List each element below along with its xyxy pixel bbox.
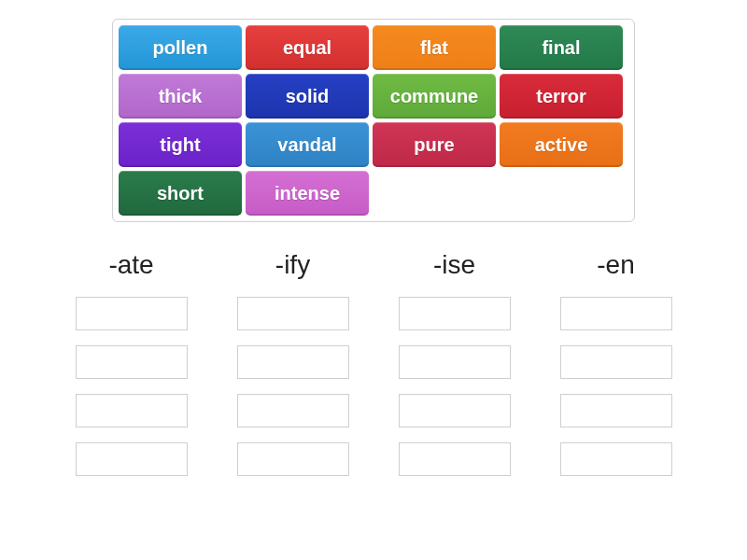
column-ify: -ify — [218, 250, 368, 491]
drop-slot[interactable] — [237, 345, 349, 379]
column-header: -ate — [108, 250, 153, 280]
drop-slot[interactable] — [76, 345, 188, 379]
drop-slot[interactable] — [399, 394, 511, 427]
column-header: -en — [597, 250, 634, 280]
drop-slot[interactable] — [560, 345, 672, 379]
word-tile-commune[interactable]: commune — [373, 74, 496, 119]
drop-slot[interactable] — [237, 442, 349, 476]
drop-slot[interactable] — [399, 297, 511, 330]
column-en: -en — [541, 250, 691, 491]
drop-slot[interactable] — [76, 297, 188, 330]
drop-slot[interactable] — [76, 394, 188, 427]
word-tile-intense[interactable]: intense — [246, 171, 369, 216]
drop-slot[interactable] — [399, 345, 511, 379]
word-tile-active[interactable]: active — [500, 122, 623, 167]
drop-slot[interactable] — [399, 442, 511, 476]
drop-slot[interactable] — [237, 297, 349, 330]
word-tile-pure[interactable]: pure — [373, 122, 496, 167]
column-ise: -ise — [379, 250, 529, 491]
word-tile-vandal[interactable]: vandal — [246, 122, 369, 167]
word-tile-solid[interactable]: solid — [246, 74, 369, 119]
word-tile-thick[interactable]: thick — [119, 74, 242, 119]
column-header: -ify — [275, 250, 310, 280]
drop-slot[interactable] — [237, 394, 349, 427]
drop-columns: -ate-ify-ise-en — [56, 250, 691, 491]
word-tile-short[interactable]: short — [119, 171, 242, 216]
drop-slot[interactable] — [560, 394, 672, 427]
drop-slot[interactable] — [560, 297, 672, 330]
word-tile-final[interactable]: final — [500, 25, 623, 70]
drop-slot[interactable] — [560, 442, 672, 476]
column-header: -ise — [433, 250, 475, 280]
word-tile-pollen[interactable]: pollen — [119, 25, 242, 70]
word-tile-flat[interactable]: flat — [373, 25, 496, 70]
word-tile-tight[interactable]: tight — [119, 122, 242, 167]
word-tile-terror[interactable]: terror — [500, 74, 623, 119]
word-bank: pollenequalflatfinalthicksolidcommuneter… — [112, 19, 635, 222]
column-ate: -ate — [56, 250, 206, 491]
word-tile-equal[interactable]: equal — [246, 25, 369, 70]
drop-slot[interactable] — [76, 442, 188, 476]
